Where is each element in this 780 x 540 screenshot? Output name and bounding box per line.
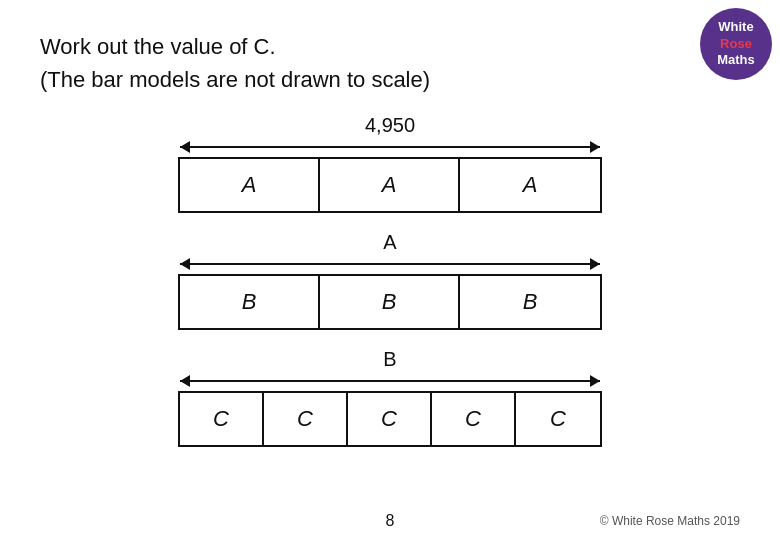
question-text: Work out the value of C. (The bar models… bbox=[40, 30, 740, 96]
bar1-cell-1: A bbox=[180, 159, 320, 211]
bar3-label: B bbox=[383, 348, 396, 371]
bar3-arrow-right bbox=[590, 375, 600, 387]
bar3-cell-1: C bbox=[180, 393, 264, 445]
bar2-arrow bbox=[180, 256, 600, 272]
bar3-cell-3: C bbox=[348, 393, 432, 445]
bar1-label: 4,950 bbox=[365, 114, 415, 137]
bar3-boxes: C C C C C bbox=[178, 391, 602, 447]
bar3-cell-5: C bbox=[516, 393, 600, 445]
bar1-arrow-right bbox=[590, 141, 600, 153]
bar2-arrow-row: A bbox=[180, 231, 600, 272]
bar2-cell-1: B bbox=[180, 276, 320, 328]
bar3-cell-4: C bbox=[432, 393, 516, 445]
bar2-arrow-right bbox=[590, 258, 600, 270]
bar1-cell-2: A bbox=[320, 159, 460, 211]
bar1-arrow bbox=[180, 139, 600, 155]
bar2-boxes: B B B bbox=[178, 274, 602, 330]
main-content: Work out the value of C. (The bar models… bbox=[40, 30, 740, 510]
bar2-cell-3: B bbox=[460, 276, 600, 328]
copyright-text: © White Rose Maths 2019 bbox=[600, 514, 740, 528]
bar1-cell-3: A bbox=[460, 159, 600, 211]
bar1-arrow-row: 4,950 bbox=[180, 114, 600, 155]
question-line1: Work out the value of C. bbox=[40, 30, 740, 63]
footer: 8 © White Rose Maths 2019 bbox=[0, 512, 780, 530]
bar3-arrow-row: B bbox=[180, 348, 600, 389]
bar3-arrow bbox=[180, 373, 600, 389]
bar3-cell-2: C bbox=[264, 393, 348, 445]
question-line2: (The bar models are not drawn to scale) bbox=[40, 63, 740, 96]
bar2-label: A bbox=[383, 231, 396, 254]
bar2-cell-2: B bbox=[320, 276, 460, 328]
bar1-boxes: A A A bbox=[178, 157, 602, 213]
bar-models: 4,950 A A A A B B B B bbox=[40, 114, 740, 465]
